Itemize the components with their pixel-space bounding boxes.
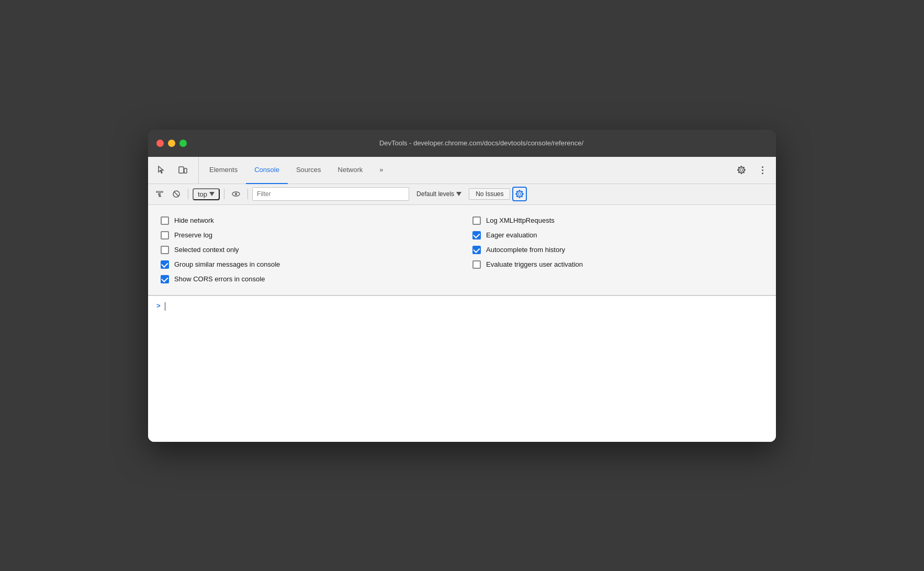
eager-eval-label[interactable]: Eager evaluation bbox=[486, 231, 537, 239]
cursor-line bbox=[165, 302, 165, 311]
toolbar-separator-1 bbox=[188, 189, 188, 199]
log-xmlhttp-checkbox[interactable] bbox=[472, 216, 481, 225]
console-toolbar: top Default levels bbox=[148, 184, 776, 205]
log-xmlhttp-label[interactable]: Log XMLHttpRequests bbox=[486, 216, 555, 224]
levels-dropdown-icon bbox=[456, 192, 461, 196]
selected-context-label[interactable]: Selected context only bbox=[174, 246, 239, 254]
clear-console-button[interactable] bbox=[152, 187, 167, 201]
evaluate-triggers-checkbox[interactable] bbox=[472, 260, 481, 269]
gear-icon bbox=[737, 166, 746, 174]
tab-bar: Elements Console Sources Network » bbox=[148, 157, 776, 184]
svg-rect-1 bbox=[184, 168, 187, 173]
device-toolbar-button[interactable] bbox=[173, 161, 192, 179]
setting-group-similar: Group similar messages in console bbox=[161, 257, 452, 272]
context-selector[interactable]: top bbox=[193, 188, 220, 200]
prompt-chevron: > bbox=[156, 302, 161, 310]
settings-right-column: Log XMLHttpRequests Eager evaluation Aut… bbox=[472, 213, 763, 287]
preserve-log-checkbox[interactable] bbox=[161, 231, 169, 239]
setting-show-cors: Show CORS errors in console bbox=[161, 272, 452, 287]
tabs-container: Elements Console Sources Network » bbox=[201, 157, 732, 184]
tab-bar-left-icons bbox=[152, 157, 199, 184]
text-cursor bbox=[165, 302, 165, 311]
console-prompt: > bbox=[156, 302, 768, 311]
settings-panel: Hide network Preserve log Selected conte… bbox=[148, 205, 776, 295]
autocomplete-checkbox[interactable] bbox=[472, 246, 481, 254]
no-issues-button[interactable]: No Issues bbox=[469, 188, 510, 200]
tab-network[interactable]: Network bbox=[330, 157, 371, 184]
vertical-dots-icon bbox=[762, 166, 763, 174]
group-similar-checkbox[interactable] bbox=[161, 260, 169, 269]
settings-left-column: Hide network Preserve log Selected conte… bbox=[161, 213, 452, 287]
eye-icon bbox=[232, 190, 240, 198]
preserve-log-label[interactable]: Preserve log bbox=[174, 231, 212, 239]
filter-input[interactable] bbox=[252, 187, 409, 201]
tab-more[interactable]: » bbox=[371, 157, 391, 184]
inspect-element-button[interactable] bbox=[152, 161, 171, 179]
show-cors-label[interactable]: Show CORS errors in console bbox=[174, 275, 265, 283]
hide-network-label[interactable]: Hide network bbox=[174, 216, 214, 224]
settings-grid: Hide network Preserve log Selected conte… bbox=[161, 213, 763, 287]
tab-bar-right-icons bbox=[732, 157, 772, 184]
devtools-window: DevTools - developer.chrome.com/docs/dev… bbox=[148, 130, 776, 442]
log-levels-button[interactable]: Default levels bbox=[411, 189, 467, 199]
selected-context-checkbox[interactable] bbox=[161, 246, 169, 254]
block-icon bbox=[172, 190, 181, 198]
devtools-body: Elements Console Sources Network » bbox=[148, 157, 776, 442]
setting-evaluate-triggers: Evaluate triggers user activation bbox=[472, 257, 763, 272]
svg-line-3 bbox=[158, 194, 161, 197]
setting-eager-eval: Eager evaluation bbox=[472, 228, 763, 243]
console-area[interactable]: > bbox=[148, 295, 776, 442]
minimize-button[interactable] bbox=[168, 140, 175, 147]
window-title: DevTools - developer.chrome.com/docs/dev… bbox=[195, 139, 768, 147]
group-similar-label[interactable]: Group similar messages in console bbox=[174, 260, 280, 268]
svg-line-5 bbox=[174, 192, 179, 197]
close-button[interactable] bbox=[156, 140, 164, 147]
block-button[interactable] bbox=[169, 187, 184, 201]
svg-rect-0 bbox=[179, 167, 184, 173]
tab-elements[interactable]: Elements bbox=[201, 157, 246, 184]
setting-selected-context: Selected context only bbox=[161, 243, 452, 257]
toolbar-separator-3 bbox=[247, 189, 248, 199]
tab-sources[interactable]: Sources bbox=[288, 157, 330, 184]
svg-marker-2 bbox=[156, 191, 163, 197]
setting-log-xmlhttp: Log XMLHttpRequests bbox=[472, 213, 763, 228]
traffic-lights bbox=[156, 140, 187, 147]
setting-autocomplete: Autocomplete from history bbox=[472, 243, 763, 257]
show-cors-checkbox[interactable] bbox=[161, 275, 169, 283]
eye-button[interactable] bbox=[229, 187, 243, 201]
title-bar: DevTools - developer.chrome.com/docs/dev… bbox=[148, 130, 776, 157]
toolbar-separator-2 bbox=[224, 189, 224, 199]
settings-gear-icon bbox=[515, 190, 524, 198]
hide-network-checkbox[interactable] bbox=[161, 216, 169, 225]
device-icon bbox=[178, 165, 187, 175]
maximize-button[interactable] bbox=[179, 140, 187, 147]
settings-button[interactable] bbox=[732, 161, 751, 179]
tab-console[interactable]: Console bbox=[246, 157, 288, 184]
autocomplete-label[interactable]: Autocomplete from history bbox=[486, 246, 565, 254]
eager-eval-checkbox[interactable] bbox=[472, 231, 481, 239]
dropdown-arrow-icon bbox=[209, 192, 215, 196]
console-settings-button[interactable] bbox=[512, 187, 527, 201]
clear-icon bbox=[155, 190, 164, 198]
svg-point-7 bbox=[235, 193, 237, 195]
cursor-icon bbox=[157, 165, 166, 175]
setting-preserve-log: Preserve log bbox=[161, 228, 452, 243]
setting-hide-network: Hide network bbox=[161, 213, 452, 228]
more-options-button[interactable] bbox=[753, 161, 772, 179]
evaluate-triggers-label[interactable]: Evaluate triggers user activation bbox=[486, 260, 583, 268]
